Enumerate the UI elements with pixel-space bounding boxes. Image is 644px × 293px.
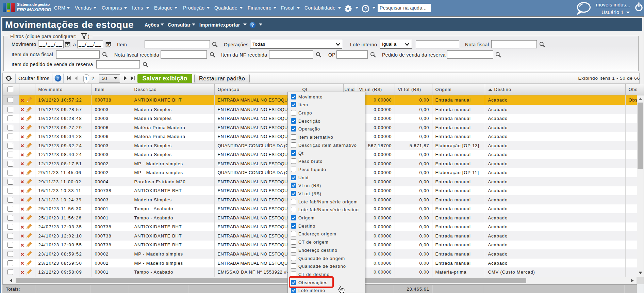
svg-text:?: ? [251,23,254,28]
svg-text:8: 8 [108,43,109,47]
svg-text:?: ? [364,6,367,11]
svg-text:?: ? [56,76,59,81]
svg-text:8: 8 [67,43,68,47]
